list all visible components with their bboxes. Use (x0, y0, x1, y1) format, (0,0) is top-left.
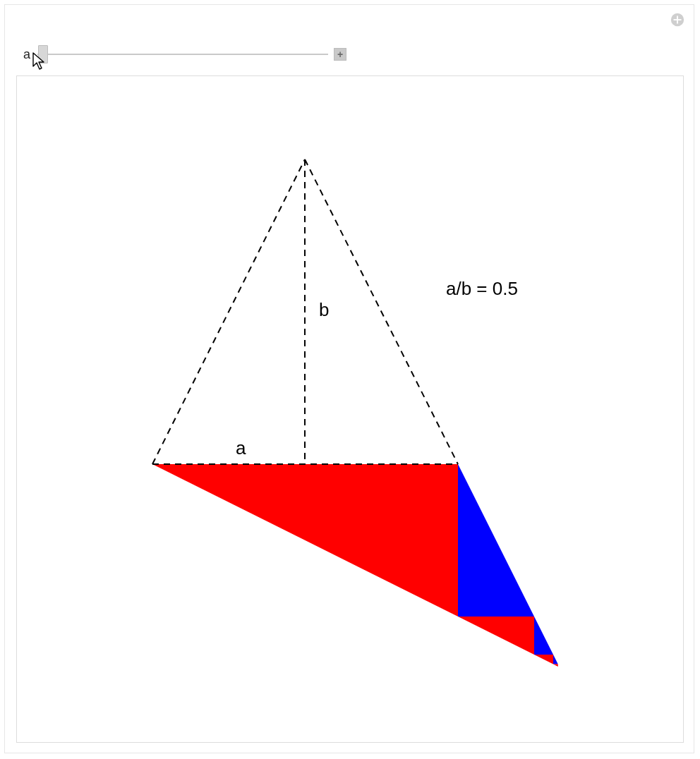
label-a: a (236, 437, 246, 459)
slider-a[interactable] (37, 46, 328, 63)
svg-marker-7 (534, 655, 553, 664)
svg-line-10 (152, 159, 305, 464)
manipulate-panel: a + a b a/b = 0.5 (4, 4, 694, 753)
slider-track (37, 54, 328, 55)
label-ratio: a/b = 0.5 (446, 278, 518, 300)
diagram: a b a/b = 0.5 (17, 76, 683, 742)
options-plus-icon[interactable] (670, 12, 685, 28)
label-b: b (319, 299, 329, 321)
slider-thumb[interactable] (38, 45, 48, 63)
output-panel: a b a/b = 0.5 (16, 75, 684, 743)
svg-marker-5 (458, 617, 534, 655)
svg-marker-9 (553, 664, 558, 667)
svg-rect-2 (674, 19, 682, 20)
slider-expand-button[interactable]: + (334, 48, 346, 61)
diagram-svg (17, 76, 683, 742)
svg-marker-8 (553, 655, 558, 664)
slider-label-a: a (23, 47, 30, 62)
svg-marker-4 (458, 464, 534, 617)
slider-control-row: a + (23, 43, 346, 66)
svg-marker-3 (152, 464, 458, 617)
svg-marker-6 (534, 617, 553, 655)
